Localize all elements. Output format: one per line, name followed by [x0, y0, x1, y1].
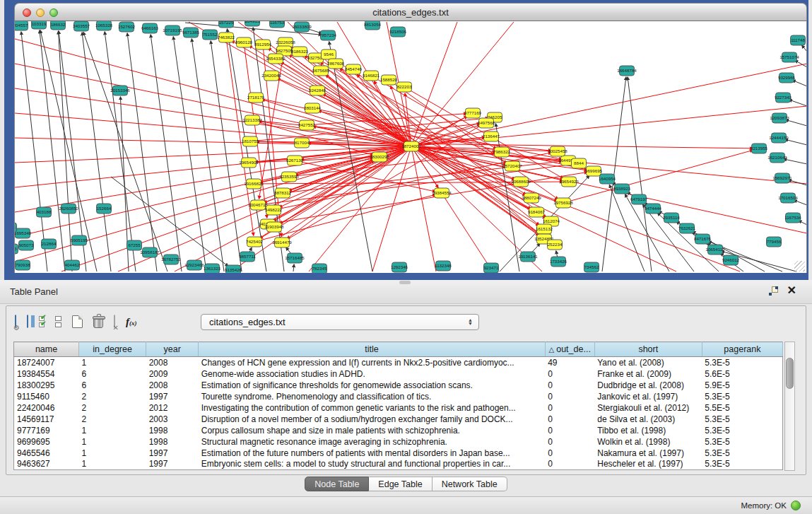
graph-node[interactable]: 9474444 [645, 204, 662, 214]
graph-node[interactable]: 15692971 [772, 173, 792, 183]
close-panel-icon[interactable]: ✕ [787, 286, 796, 296]
graph-node[interactable]: 751552 [203, 30, 218, 40]
graph-node[interactable]: 1132348 [435, 261, 452, 271]
graph-node[interactable]: 404462 [65, 260, 80, 270]
table-row[interactable]: 977716911998Corpus callosum shape and si… [14, 425, 783, 436]
graph-node[interactable]: 822203 [397, 82, 412, 92]
graph-node[interactable]: 7425402 [246, 237, 264, 247]
graph-node[interactable]: 10958187 [140, 247, 160, 257]
graph-node[interactable]: 734562 [584, 262, 599, 272]
window-resize-grip[interactable] [794, 261, 805, 271]
column-header[interactable]: short [594, 342, 702, 357]
graph-node[interactable]: 790938 [16, 260, 30, 270]
tab-edge-table[interactable]: Edge Table [369, 477, 432, 491]
graph-node[interactable]: 8960128 [235, 37, 253, 47]
graph-node[interactable]: 8427552 [298, 120, 316, 130]
graph-node[interactable]: 18300295 [370, 152, 389, 162]
graph-node[interactable]: 204913 [245, 21, 260, 26]
graph-node[interactable]: 1640954 [599, 174, 616, 184]
graph-node[interactable]: 1292346 [391, 262, 408, 272]
graph-node[interactable]: 12923466 [184, 260, 204, 270]
column-header[interactable]: △out_de... [545, 342, 594, 357]
graph-node[interactable]: 2935114 [663, 213, 680, 223]
graph-node[interactable]: 19756928 [553, 198, 573, 208]
minimize-window-icon[interactable] [36, 8, 45, 17]
table-row[interactable]: 1872400712008Changes of HCN gene express… [14, 357, 783, 368]
graph-node[interactable]: 16914479 [272, 238, 292, 247]
graph-node[interactable]: 17016504 [778, 193, 798, 203]
graph-node[interactable]: 9671385 [182, 28, 200, 37]
graph-node[interactable]: 2136447 [483, 132, 500, 141]
graph-node[interactable]: 6497568 [478, 118, 495, 128]
column-header[interactable]: year [146, 342, 199, 357]
graph-node[interactable]: 8471676 [694, 234, 712, 244]
graph-node[interactable]: 10654112 [705, 245, 725, 255]
graph-node[interactable]: 204557 [15, 21, 28, 30]
graph-node[interactable]: 6479197 [630, 194, 648, 204]
graph-node[interactable]: 111748 [791, 35, 806, 45]
new-table-icon[interactable] [72, 315, 83, 328]
tab-node-table[interactable]: Node Table [305, 477, 369, 491]
delete-table-icon[interactable] [93, 317, 103, 328]
graph-node[interactable]: 16210643 [767, 153, 787, 163]
graph-node[interactable]: 5675685 [312, 66, 330, 76]
graph-node[interactable]: 7632621 [678, 223, 696, 233]
graph-node[interactable]: 19384554 [432, 188, 452, 198]
select-all-icon[interactable] [39, 316, 45, 327]
table-row[interactable]: 1456911722003Disruption of a novel membe… [14, 414, 783, 425]
graph-node[interactable]: 5498222 [265, 205, 283, 215]
table-header-row[interactable]: namein_degreeyeartitle△out_de...shortpag… [14, 342, 783, 357]
graph-node[interactable]: 1615132 [536, 224, 553, 234]
graph-node[interactable]: 19654903 [239, 158, 259, 168]
graph-node[interactable]: 152664 [97, 204, 112, 214]
graph-node[interactable]: 212864 [42, 239, 57, 249]
network-canvas[interactable]: 1872400774638228960128891295423226058982… [14, 21, 807, 273]
graph-node[interactable]: 252234 [548, 240, 563, 250]
graph-node[interactable]: 9857711 [239, 252, 256, 262]
graph-node[interactable]: 12444159 [769, 133, 789, 143]
graph-node[interactable]: 8938923 [613, 184, 631, 194]
graph-node[interactable]: 9777169 [464, 108, 482, 118]
graph-node[interactable]: 10025458 [548, 146, 567, 156]
graph-node[interactable]: 905073 [19, 240, 34, 250]
graph-node[interactable]: 9184067 [528, 207, 546, 217]
graph-node[interactable]: 403188 [37, 207, 52, 217]
graph-node[interactable]: 5267130 [286, 156, 304, 165]
table-row[interactable]: 1830029562008Estimation of significance … [14, 380, 783, 391]
graph-node[interactable]: 779456 [767, 237, 782, 247]
graph-node[interactable]: 12093873 [770, 113, 789, 123]
graph-node[interactable]: 1588520 [380, 75, 398, 85]
float-panel-icon[interactable] [769, 286, 778, 296]
graph-node[interactable]: 8912954 [254, 40, 272, 49]
graph-node[interactable]: 19654923 [559, 177, 579, 187]
graph-node[interactable]: 9546 [322, 49, 336, 59]
graph-node[interactable]: 1695348 [15, 228, 32, 238]
tab-network-table[interactable]: Network Table [433, 477, 507, 491]
zoom-window-icon[interactable] [49, 8, 58, 17]
graph-node[interactable]: 67255 [127, 240, 142, 250]
graph-node[interactable]: 15716485 [285, 253, 305, 263]
graph-node[interactable]: 9227343 [775, 93, 792, 103]
graph-node[interactable]: 12353593 [279, 172, 299, 182]
table-settings-icon[interactable] [15, 315, 16, 328]
node-table[interactable]: namein_degreeyeartitle△out_de...shortpag… [13, 341, 783, 470]
column-header[interactable]: pagerank [702, 342, 782, 357]
citation-network-graph[interactable]: 1872400774638228960128891295423226058982… [15, 21, 807, 273]
graph-node[interactable]: 1361323 [204, 264, 221, 273]
graph-node[interactable]: 1167534 [784, 213, 801, 223]
graph-node[interactable]: 7986322 [493, 147, 511, 157]
graph-node[interactable]: 8186323 [291, 47, 309, 57]
graph-node[interactable]: 9218506 [389, 27, 407, 37]
graph-node[interactable]: 10719195 [163, 25, 182, 35]
table-selector-dropdown[interactable]: citations_edges.txt ▲▼ [201, 314, 479, 330]
graph-node[interactable]: 8878312 [274, 188, 292, 198]
graph-node[interactable]: 9329966 [778, 73, 796, 83]
graph-node[interactable]: 103319 [32, 21, 47, 29]
memory-ok-indicator-icon[interactable] [791, 501, 801, 510]
graph-node[interactable]: 3403557 [73, 21, 90, 31]
table-row[interactable]: 946554611997Estimation of the future num… [14, 448, 783, 459]
function-builder-icon[interactable]: f(x) [126, 316, 137, 328]
graph-node[interactable]: 2867608 [327, 59, 345, 69]
graph-node[interactable]: 5905195 [71, 235, 88, 245]
table-row[interactable]: 1938455462009Genome-wide association stu… [14, 368, 783, 380]
